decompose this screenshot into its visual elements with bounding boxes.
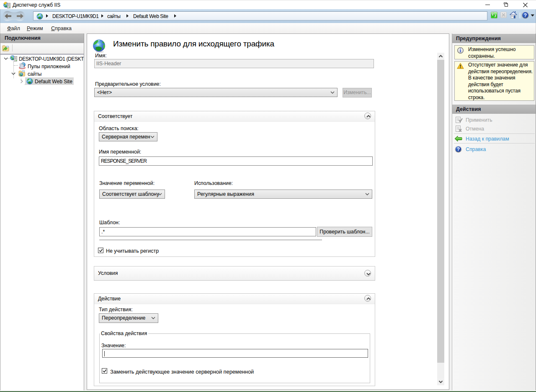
svg-text:?: ?	[524, 13, 527, 18]
svg-text:?: ?	[457, 146, 460, 152]
